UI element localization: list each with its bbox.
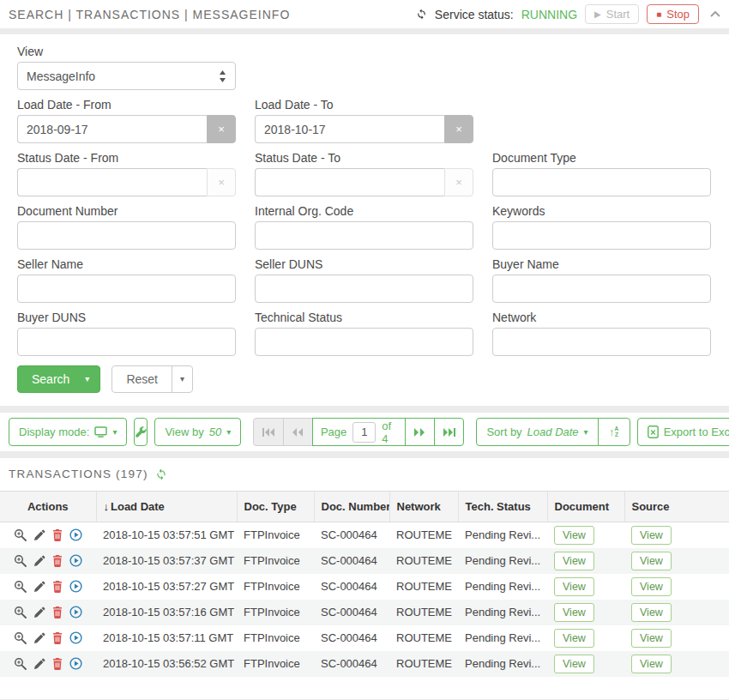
source-cell: View [624,600,729,625]
delete-trash-icon[interactable] [52,555,63,567]
edit-pencil-icon[interactable] [33,555,45,567]
view-document-button[interactable]: View [554,629,594,648]
zoom-in-icon[interactable] [14,580,27,593]
view-source-button[interactable]: View [631,526,672,545]
keywords-input[interactable] [492,221,711,250]
column-header-doc-type[interactable]: Doc. Type [237,492,314,522]
zoom-in-icon[interactable] [14,657,27,670]
column-header-network[interactable]: Network [389,492,458,522]
edit-pencil-icon[interactable] [33,632,45,644]
column-header-tech-status[interactable]: Tech. Status [458,492,547,522]
seller-duns-input[interactable] [255,275,473,303]
page-input[interactable] [352,422,376,443]
play-circle-icon[interactable] [69,631,82,644]
source-cell: View [624,522,729,548]
tech-status-cell: Pending Revi... [458,522,547,548]
view-by-value: 50 [209,425,221,438]
zoom-in-icon[interactable] [14,528,27,541]
play-circle-icon[interactable] [69,554,82,567]
view-document-button[interactable]: View [554,552,594,570]
clear-icon: × [444,168,473,196]
view-select-value: MessageInfo [27,69,95,83]
view-source-button[interactable]: View [631,603,672,622]
results-toolbar: Display mode: ▾ View by 50 ▾ Page of 4 [0,413,729,451]
delete-trash-icon[interactable] [52,581,63,593]
view-source-button[interactable]: View [631,629,672,648]
search-dropdown-caret-icon[interactable]: ▾ [81,375,99,383]
column-header-actions[interactable]: Actions [0,492,96,522]
document-number-input[interactable] [17,221,236,250]
view-source-button[interactable]: View [631,577,672,596]
doc-type-cell: FTPInvoice [237,600,314,625]
search-button[interactable]: Search ▾ [17,365,100,393]
export-to-excel-button[interactable]: Export to Excel [637,418,729,446]
tech-status-cell: Pending Revi... [458,600,547,625]
reset-button[interactable]: Reset ▾ [111,365,193,393]
edit-pencil-icon[interactable] [33,658,45,670]
clear-icon[interactable]: × [444,115,473,143]
zoom-in-icon[interactable] [14,554,27,567]
status-date-to-input[interactable] [255,168,444,196]
play-circle-icon[interactable] [69,528,82,541]
view-select[interactable]: MessageInfo [17,62,236,90]
view-source-button[interactable]: View [631,655,672,673]
doc-number-cell: SC-000464 [314,548,389,574]
transactions-table: Actions ↓Load Date Doc. Type Doc. Number… [0,491,729,677]
play-circle-icon[interactable] [69,580,82,593]
play-circle-icon[interactable] [69,657,82,670]
view-source-button[interactable]: View [631,552,672,570]
technical-status-input[interactable] [255,328,473,356]
clear-icon[interactable]: × [207,115,236,143]
export-label: Export to Excel [664,425,729,438]
chevron-down-icon: ▾ [584,428,588,437]
transactions-title: TRANSACTIONS (197) [9,468,148,480]
view-label: View [17,45,236,59]
edit-pencil-icon[interactable] [33,529,45,541]
delete-trash-icon[interactable] [52,606,63,619]
refresh-transactions-icon[interactable] [155,468,167,480]
column-header-load-date[interactable]: ↓Load Date [96,492,237,522]
column-header-doc-number[interactable]: Doc. Number [314,492,389,522]
sort-direction-button[interactable]: ↑ AZ [598,418,630,446]
pagination: Page of 4 [253,418,464,446]
settings-wrench-button[interactable] [134,418,148,446]
next-page-button[interactable] [405,418,435,446]
first-page-button[interactable] [253,418,283,446]
view-document-button[interactable]: View [554,603,594,622]
edit-pencil-icon[interactable] [33,606,45,619]
delete-trash-icon[interactable] [52,658,63,670]
play-circle-icon[interactable] [69,606,82,619]
last-page-button[interactable] [434,418,464,446]
column-header-source[interactable]: Source [624,492,729,522]
sort-by-button[interactable]: Sort by Load Date ▾ [476,418,598,446]
network-input[interactable] [492,328,711,356]
previous-page-button[interactable] [283,418,313,446]
buyer-name-input[interactable] [492,275,711,303]
load-date-from-input[interactable] [17,115,207,143]
document-type-input[interactable] [492,168,711,196]
buyer-duns-input[interactable] [17,328,236,356]
reset-dropdown-caret-icon[interactable]: ▾ [172,366,192,392]
status-date-from-input[interactable] [17,168,207,196]
collapse-chevron-up-icon[interactable] [710,11,720,17]
refresh-icon[interactable] [416,9,427,20]
display-mode-button[interactable]: Display mode: ▾ [9,418,127,446]
sort-desc-icon: ↓ [104,500,110,513]
start-button[interactable]: ▶ Start [585,4,639,24]
seller-name-input[interactable] [17,275,236,303]
buyer-duns-label: Buyer DUNS [17,311,236,325]
view-by-button[interactable]: View by 50 ▾ [154,418,241,446]
load-date-to-input[interactable] [255,115,444,143]
zoom-in-icon[interactable] [14,631,27,644]
stop-button[interactable]: ■ Stop [647,4,699,24]
transactions-section: TRANSACTIONS (197) Actions ↓Load Date Do… [0,458,729,699]
view-document-button[interactable]: View [554,655,594,673]
view-document-button[interactable]: View [554,577,594,596]
internal-org-code-input[interactable] [255,221,473,250]
delete-trash-icon[interactable] [52,529,63,541]
edit-pencil-icon[interactable] [33,581,45,593]
view-document-button[interactable]: View [554,526,594,545]
zoom-in-icon[interactable] [14,606,27,619]
column-header-document[interactable]: Document [547,492,624,522]
delete-trash-icon[interactable] [52,632,63,644]
